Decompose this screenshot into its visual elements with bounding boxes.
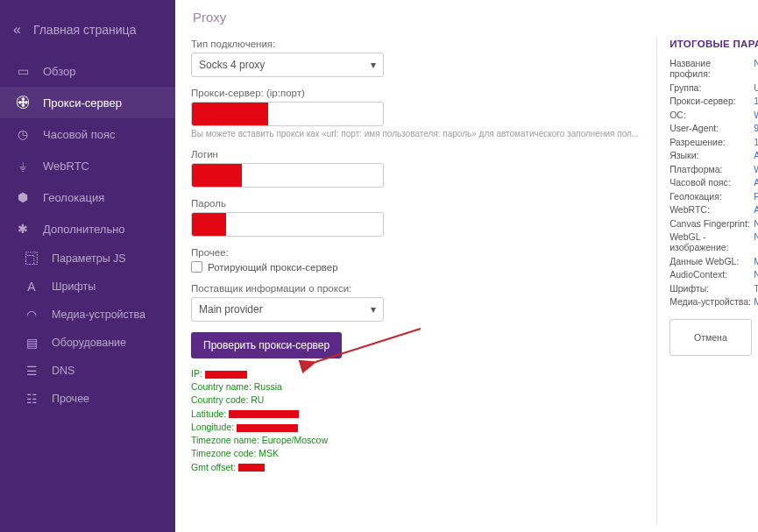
page-title: Proxy	[193, 10, 226, 25]
redacted-lon	[237, 424, 298, 432]
headphones-icon: ◠	[22, 308, 41, 322]
param-val: Mask	[754, 256, 758, 266]
sidebar-item-label: Дополнительно	[43, 223, 125, 236]
sidebar-item-прокси-сервер[interactable]: 🕀Прокси-сервер	[0, 87, 175, 118]
param-val: Prompt	[754, 191, 758, 202]
param-val: Noise	[754, 269, 758, 280]
chevron-down-icon: ▾	[371, 303, 376, 316]
asterisk-icon: ✱	[13, 222, 32, 236]
sidebar-item-label: Прокси-сервер	[43, 96, 122, 110]
password-input[interactable]	[191, 212, 384, 237]
param-row: Языки:Automatic	[669, 150, 758, 160]
plug-icon: ⏚	[13, 159, 32, 173]
sidebar-item-label: Шрифты	[52, 280, 96, 293]
map-icon: ⿹	[22, 252, 41, 266]
param-key: Платформа:	[669, 164, 754, 174]
sidebar-item-обзор[interactable]: ▭Обзор	[0, 55, 175, 87]
param-row: Группа:Unassigned	[669, 82, 758, 93]
param-key: Шрифты:	[669, 283, 754, 294]
param-key: Canvas Fingerprint:	[669, 218, 754, 229]
login-input[interactable]	[191, 163, 384, 188]
param-val: Total Fonts: 200	[754, 283, 758, 294]
connection-type-value: Socks 4 proxy	[199, 59, 265, 71]
param-key: Группа:	[669, 82, 754, 93]
proxy-hint: Вы можете вставить прокси как «url: порт…	[191, 129, 639, 138]
param-val: Automatic	[754, 150, 758, 160]
proxy-server-input[interactable]	[191, 102, 384, 126]
result-latitude-label: Latitude:	[191, 408, 226, 419]
sidebar-item-label: WebRTC	[43, 160, 89, 173]
panel-title: ИТОГОВЫЕ ПАРАМЕТРЫ	[669, 39, 758, 49]
result-longitude-label: Longitude:	[191, 422, 234, 432]
param-row: Медиа-устройства:Masked 4|4|3	[669, 296, 758, 307]
param-key: ОС:	[669, 110, 754, 120]
param-val: Win32	[754, 164, 758, 174]
param-key: Геолокация:	[669, 191, 754, 202]
login-label: Логин	[191, 149, 639, 160]
sidebar-item-часовой-пояс[interactable]: ◷Часовой пояс	[0, 118, 175, 150]
topbar: Proxy 🔔 ⟳ ⎆	[175, 0, 758, 30]
summary-panel: ИТОГОВЫЕ ПАРАМЕТРЫ Название профиля:New …	[656, 39, 758, 523]
sidebar-item-dns[interactable]: ☰DNS	[9, 357, 175, 385]
proxy-results: IP: Country name: Russia Country code: R…	[191, 367, 639, 474]
main: Proxy 🔔 ⟳ ⎆ Тип подключения: Socks 4 pro…	[175, 0, 758, 532]
result-country-code: Country code: RU	[191, 394, 639, 407]
sidebar-item-label: Параметры JS	[52, 252, 126, 265]
sidebar-item-label: Прочее	[52, 393, 89, 405]
param-row: ОС:Win32	[669, 110, 758, 120]
param-val: Automatic	[754, 177, 758, 188]
param-row: Название профиля:New Profile	[669, 58, 758, 79]
param-row: Canvas Fingerprint:Noise	[669, 218, 758, 229]
param-row: Данные WebGL:Mask	[669, 256, 758, 266]
cancel-button[interactable]: Отмена	[669, 319, 752, 356]
param-row: Часовой пояс:Automatic	[669, 177, 758, 188]
result-ip-label: IP:	[191, 368, 202, 379]
sidebar: « Главная страница ▭Обзор🕀Прокси-сервер◷…	[0, 0, 175, 532]
result-timezone-name: Timezone name: Europe/Moscow	[191, 434, 639, 447]
param-val: Masked 4|4|3	[754, 296, 758, 307]
param-row: AudioContext:Noise	[669, 269, 758, 280]
connection-type-label: Тип подключения:	[191, 39, 639, 49]
param-val: New Profile	[754, 58, 758, 79]
param-key: Название профиля:	[669, 58, 754, 79]
wifi-icon: 🕀	[13, 96, 32, 110]
param-key: WebGL - изображение:	[669, 231, 754, 252]
sidebar-item-дополнительно[interactable]: ✱Дополнительно	[0, 213, 175, 245]
param-val: Altered	[754, 204, 758, 215]
content: Тип подключения: Socks 4 proxy ▾ Прокси-…	[175, 30, 758, 532]
param-key: Медиа-устройства:	[669, 296, 754, 307]
sidebar-item-параметры-js[interactable]: ⿹Параметры JS	[9, 245, 175, 273]
sidebar-item-webrtc[interactable]: ⏚WebRTC	[0, 150, 175, 181]
result-country-name: Country name: Russia	[191, 380, 639, 394]
rotating-label: Ротирующий прокси-сервер	[208, 262, 338, 273]
param-key: WebRTC:	[669, 204, 754, 215]
param-val: 1360x768	[754, 137, 758, 147]
connection-type-select[interactable]: Socks 4 proxy ▾	[191, 53, 384, 77]
provider-select[interactable]: Main provider ▾	[191, 297, 384, 322]
check-proxy-button[interactable]: Проверить прокси-сервер	[191, 332, 342, 358]
sidebar-item-геолокация[interactable]: ⬢Геолокация	[0, 181, 175, 213]
database-icon: ☷	[22, 392, 41, 406]
clock-icon: ◷	[13, 127, 32, 141]
map-marker-icon: ⬢	[13, 190, 32, 204]
proxy-server-label: Прокси-сервер: (ip:порт)	[191, 88, 639, 98]
font-icon: A	[22, 280, 41, 294]
form-area: Тип подключения: Socks 4 proxy ▾ Прокси-…	[191, 39, 639, 523]
sidebar-item-медиа-устройства[interactable]: ◠Медиа-устройства	[9, 301, 175, 329]
rotating-checkbox[interactable]	[191, 261, 202, 273]
sidebar-item-label: Часовой пояс	[43, 128, 115, 141]
collapse-icon[interactable]: «	[13, 22, 21, 38]
other-label: Прочее:	[191, 247, 639, 258]
sidebar-item-оборудование[interactable]: ▤Оборудование	[9, 329, 175, 357]
param-key: AudioContext:	[669, 269, 754, 280]
param-val: 94.0.4606.61 Windows	[754, 123, 758, 133]
sidebar-home-label[interactable]: Главная страница	[33, 23, 137, 37]
param-row: Геолокация:Prompt	[669, 191, 758, 202]
param-key: Языки:	[669, 150, 754, 160]
sidebar-item-label: DNS	[52, 365, 74, 377]
sidebar-item-шрифты[interactable]: AШрифты	[9, 273, 175, 301]
sidebar-item-прочее[interactable]: ☷Прочее	[9, 385, 175, 413]
param-val: 149.126.226.55:13780/SOC...	[754, 96, 758, 106]
sidebar-item-label: Медиа-устройства	[52, 309, 145, 321]
sidebar-item-label: Оборудование	[52, 337, 126, 349]
